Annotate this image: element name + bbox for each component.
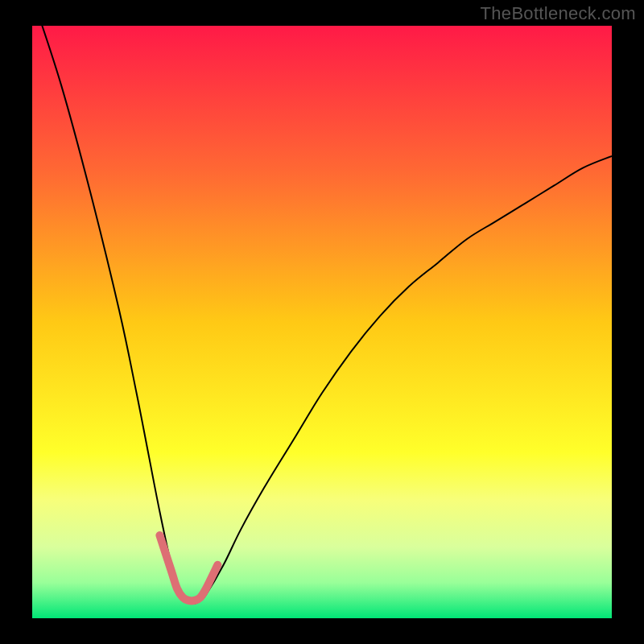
watermark-text: TheBottleneck.com bbox=[481, 3, 636, 24]
plot-area bbox=[32, 26, 612, 618]
gradient-background bbox=[32, 26, 612, 618]
chart-frame: TheBottleneck.com bbox=[0, 0, 644, 644]
bottleneck-chart bbox=[32, 26, 612, 618]
